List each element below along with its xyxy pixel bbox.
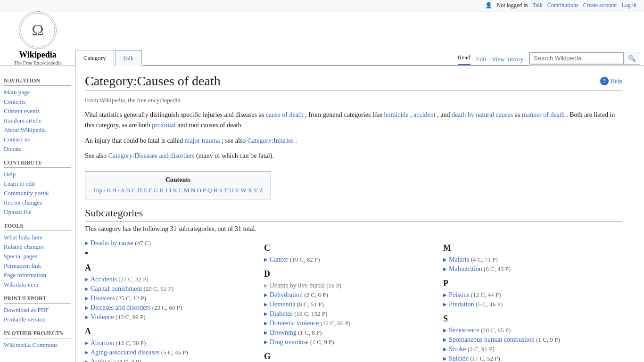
diabetes-link[interactable]: Diabetes <box>270 310 293 318</box>
cause-of-death-link[interactable]: cause of death <box>266 111 304 118</box>
sidebar-wikidata[interactable]: Wikidata item <box>4 280 71 289</box>
help-text[interactable]: Help <box>611 77 622 85</box>
sidebar-random-article[interactable]: Random article <box>4 116 71 125</box>
contents-C[interactable]: C <box>132 187 136 194</box>
contributions-link[interactable]: Contributions <box>547 2 578 9</box>
contents-O[interactable]: O <box>197 187 201 194</box>
contents-09-link[interactable]: 0–9 <box>107 187 116 194</box>
sidebar-download-pdf[interactable]: Download as PDF <box>4 305 71 315</box>
contents-T[interactable]: T <box>224 187 228 194</box>
talk-link[interactable]: Talk <box>533 2 543 9</box>
asphyxia-link[interactable]: Asphyxia <box>91 358 116 362</box>
help-link[interactable]: ? Help <box>600 77 622 85</box>
contents-S[interactable]: S <box>219 187 223 194</box>
contents-Y[interactable]: Y <box>254 187 258 194</box>
contents-title: Contents <box>93 176 263 184</box>
contents-L[interactable]: L <box>179 187 182 194</box>
tab-category[interactable]: Category <box>75 50 114 66</box>
poisons-link[interactable]: Poisons <box>449 291 470 299</box>
manner-of-death-link[interactable]: manner of death <box>522 111 565 118</box>
view-history-action[interactable]: View history <box>492 56 523 63</box>
sidebar-upload-file[interactable]: Upload file <box>4 207 71 217</box>
contents-E[interactable]: E <box>143 187 147 194</box>
sidebar-main-page[interactable]: Main page <box>4 88 71 97</box>
search-input[interactable] <box>529 52 624 64</box>
diseases-disorders-link[interactable]: Diseases and disorders <box>91 304 151 312</box>
sidebar-printable[interactable]: Printable version <box>4 315 71 324</box>
contents-top-link[interactable]: Top <box>93 187 102 194</box>
cancer-link[interactable]: Cancer <box>270 256 289 263</box>
senescence-link[interactable]: Senescence <box>449 327 479 334</box>
abortion-link[interactable]: Abortion <box>91 339 115 347</box>
contents-F[interactable]: F <box>149 187 152 194</box>
deaths-live-burial-link[interactable]: Deaths by live burial <box>270 282 325 289</box>
sidebar-wikimedia[interactable]: Wikimedia Commons <box>4 340 71 350</box>
capital-punishment-link[interactable]: Capital punishment <box>91 285 142 293</box>
death-by-natural-causes-link[interactable]: death by natural causes <box>452 111 513 118</box>
sidebar-contents[interactable]: Contents <box>4 97 71 107</box>
triangle-icon: ▶ <box>85 305 89 310</box>
contents-P[interactable]: P <box>203 187 206 194</box>
contents-D[interactable]: D <box>137 187 141 194</box>
category-injuries-link[interactable]: Category:Injuries <box>248 137 294 144</box>
sidebar-what-links[interactable]: What links here <box>4 233 71 242</box>
sidebar-about[interactable]: About Wikipedia <box>4 125 71 135</box>
sidebar-related-changes[interactable]: Related changes <box>4 242 71 252</box>
violence-link[interactable]: Violence <box>91 313 114 321</box>
search-button[interactable]: 🔍 <box>624 53 640 64</box>
contents-Z[interactable]: Z <box>259 187 263 194</box>
contents-W[interactable]: W <box>240 187 246 194</box>
sidebar-permanent-link[interactable]: Permanent link <box>4 261 71 271</box>
predation-link[interactable]: Predation <box>449 301 474 308</box>
stroke-link[interactable]: Stroke <box>449 346 466 353</box>
homicide-link[interactable]: homicide <box>384 111 408 118</box>
sidebar-special-pages[interactable]: Special pages <box>4 252 71 261</box>
malnutrition-link[interactable]: Malnutrition <box>449 265 482 273</box>
disasters-link[interactable]: Disasters <box>91 295 115 302</box>
read-action[interactable]: Read <box>458 54 471 65</box>
spontaneous-combustion-link[interactable]: Spontaneous human combustion <box>449 336 535 344</box>
contents-R[interactable]: R <box>214 187 218 194</box>
wikipedia-logo[interactable]: Ω <box>19 11 57 49</box>
contents-M[interactable]: M <box>184 187 190 194</box>
contents-H[interactable]: H <box>159 187 164 194</box>
sidebar-current-events[interactable]: Current events <box>4 107 71 116</box>
drug-overdose-link[interactable]: Drug overdose <box>270 338 309 346</box>
sidebar-learn-to-edit[interactable]: Learn to edit <box>4 179 71 189</box>
aging-diseases-link[interactable]: Aging-associated diseases <box>91 349 160 356</box>
triangle-icon: ▶ <box>443 266 447 272</box>
log-in-link[interactable]: Log in <box>621 2 636 9</box>
contents-B[interactable]: B <box>126 187 130 194</box>
accidents-link[interactable]: Accidents <box>91 276 117 283</box>
sidebar-page-information[interactable]: Page information <box>4 271 71 280</box>
contents-G[interactable]: G <box>153 187 157 194</box>
contents-J[interactable]: J <box>169 187 171 194</box>
contents-V[interactable]: V <box>235 187 239 194</box>
contents-N[interactable]: N <box>191 187 195 194</box>
tab-talk[interactable]: Talk <box>115 50 142 66</box>
sidebar-community-portal[interactable]: Community portal <box>4 189 71 198</box>
sidebar-donate[interactable]: Donate <box>4 144 71 154</box>
sidebar-recent-changes[interactable]: Recent changes <box>4 198 71 207</box>
contents-U[interactable]: U <box>229 187 233 194</box>
create-account-link[interactable]: Create account <box>583 2 617 9</box>
contents-Q[interactable]: Q <box>207 187 212 194</box>
dementia-link[interactable]: Dementia <box>270 301 295 308</box>
drowning-link[interactable]: Drowning <box>270 329 297 337</box>
deaths-by-cause-link[interactable]: Deaths by cause <box>91 239 133 247</box>
contents-K[interactable]: K <box>173 187 177 194</box>
contents-X[interactable]: X <box>248 187 252 194</box>
major-trauma-link[interactable]: major trauma <box>185 137 220 144</box>
accident-link[interactable]: accident <box>413 111 436 118</box>
contents-I[interactable]: I <box>165 187 167 194</box>
sidebar-help[interactable]: Help <box>4 170 71 179</box>
category-diseases-link[interactable]: Category:Diseases and disorders <box>108 152 195 159</box>
edit-action[interactable]: Edit <box>476 56 487 63</box>
contents-A[interactable]: A <box>120 187 124 194</box>
suicide-link[interactable]: Suicide <box>449 355 469 362</box>
sidebar-contact[interactable]: Contact us <box>4 135 71 144</box>
malaria-link[interactable]: Malaria <box>449 256 470 263</box>
dehydration-link[interactable]: Dehydration <box>270 291 303 299</box>
domestic-violence-link[interactable]: Domestic violence <box>270 320 319 327</box>
proximal-link[interactable]: proximal <box>152 122 176 129</box>
